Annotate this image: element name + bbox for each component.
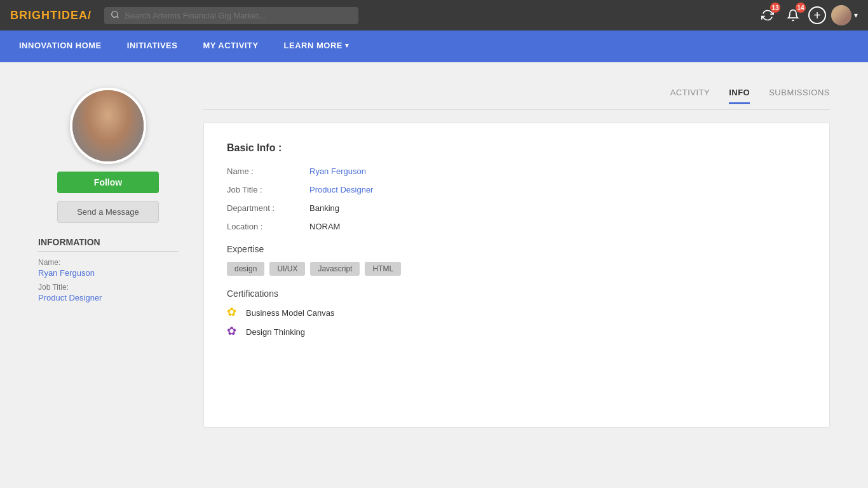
- profile-tabs: ACTIVITY INFO SUBMISSIONS: [203, 88, 830, 110]
- notification2-badge: 14: [796, 3, 806, 13]
- sidebar-name-label: Name:: [38, 258, 178, 267]
- notification-bell-btn[interactable]: 14: [783, 5, 803, 25]
- cert-business-model-label: Business Model Canvas: [246, 308, 334, 318]
- app-logo: BRIGHTIDEA/: [10, 9, 92, 22]
- nav-my-activity[interactable]: MY ACTIVITY: [203, 32, 258, 61]
- name-key: Name :: [227, 166, 309, 176]
- jobtitle-key: Job Title :: [227, 185, 309, 194]
- location-value: NORAM: [309, 222, 340, 231]
- sidebar-info-section: INFORMATION Name: Ryan Ferguson Job Titl…: [38, 237, 178, 308]
- tag-uiux: UI/UX: [269, 262, 305, 276]
- sidebar-name-value: Ryan Ferguson: [38, 268, 178, 278]
- notification1-badge: 13: [770, 3, 780, 13]
- location-key: Location :: [227, 222, 309, 231]
- nav-learn-more[interactable]: LEARN MORE ▾: [284, 32, 349, 61]
- info-row-jobtitle: Job Title : Product Designer: [227, 185, 806, 194]
- top-navigation: BRIGHTIDEA/ 13 14 +: [0, 0, 868, 30]
- logo-accent: A/: [79, 9, 92, 22]
- notification-refresh-btn[interactable]: 13: [757, 5, 778, 25]
- jobtitle-value: Product Designer: [309, 185, 373, 194]
- avatar: [831, 5, 851, 25]
- left-panel: Follow Send a Message INFORMATION Name: …: [38, 88, 178, 428]
- name-value: Ryan Ferguson: [309, 166, 366, 176]
- cert-design-thinking: ✿ Design Thinking: [227, 325, 806, 338]
- learn-more-chevron-icon: ▾: [345, 41, 349, 50]
- cert-design-thinking-label: Design Thinking: [246, 327, 305, 337]
- sub-navigation: INNOVATION HOME INITIATIVES MY ACTIVITY …: [0, 30, 868, 62]
- user-avatar-menu[interactable]: ▾: [831, 5, 858, 25]
- expertise-tags: design UI/UX Javascript HTML: [227, 262, 806, 276]
- nav-icons: 13 14 + ▾: [757, 5, 858, 25]
- department-value: Banking: [309, 203, 339, 213]
- basic-info-title: Basic Info :: [227, 142, 806, 154]
- sidebar-jobtitle-label: Job Title:: [38, 283, 178, 292]
- svg-line-1: [117, 16, 119, 18]
- cert-business-model: ✿ Business Model Canvas: [227, 306, 806, 319]
- tag-javascript: Javascript: [310, 262, 360, 276]
- nav-initiatives[interactable]: INITIATIVES: [127, 32, 178, 61]
- expertise-title: Expertise: [227, 244, 806, 254]
- sidebar-jobtitle-value: Product Designer: [38, 293, 178, 302]
- cert-yellow-icon: ✿: [227, 306, 240, 319]
- info-row-name: Name : Ryan Ferguson: [227, 166, 806, 176]
- chevron-down-icon: ▾: [854, 11, 858, 20]
- svg-point-0: [112, 11, 118, 17]
- information-title: INFORMATION: [38, 237, 178, 252]
- nav-innovation-home[interactable]: INNOVATION HOME: [19, 32, 102, 61]
- profile-photo: [70, 88, 146, 164]
- main-content: Follow Send a Message INFORMATION Name: …: [0, 62, 868, 453]
- certifications-title: Certifications: [227, 288, 806, 299]
- tab-activity[interactable]: ACTIVITY: [670, 88, 710, 104]
- tag-design: design: [227, 262, 264, 276]
- profile-photo-image: [72, 90, 144, 161]
- tab-submissions[interactable]: SUBMISSIONS: [769, 88, 830, 104]
- search-icon: [111, 10, 119, 21]
- logo-text: BRIGHTIDE: [10, 9, 79, 22]
- tag-html: HTML: [365, 262, 401, 276]
- department-key: Department :: [227, 203, 309, 213]
- info-row-department: Department : Banking: [227, 203, 806, 213]
- tab-info[interactable]: INFO: [729, 88, 750, 104]
- send-message-button[interactable]: Send a Message: [57, 201, 159, 223]
- search-input[interactable]: [125, 11, 352, 20]
- right-panel: ACTIVITY INFO SUBMISSIONS Basic Info : N…: [203, 88, 830, 428]
- follow-button[interactable]: Follow: [57, 172, 159, 193]
- add-button[interactable]: +: [808, 6, 826, 24]
- cert-purple-icon: ✿: [227, 325, 240, 338]
- info-row-location: Location : NORAM: [227, 222, 806, 231]
- info-card: Basic Info : Name : Ryan Ferguson Job Ti…: [203, 123, 830, 428]
- search-bar[interactable]: [104, 7, 358, 24]
